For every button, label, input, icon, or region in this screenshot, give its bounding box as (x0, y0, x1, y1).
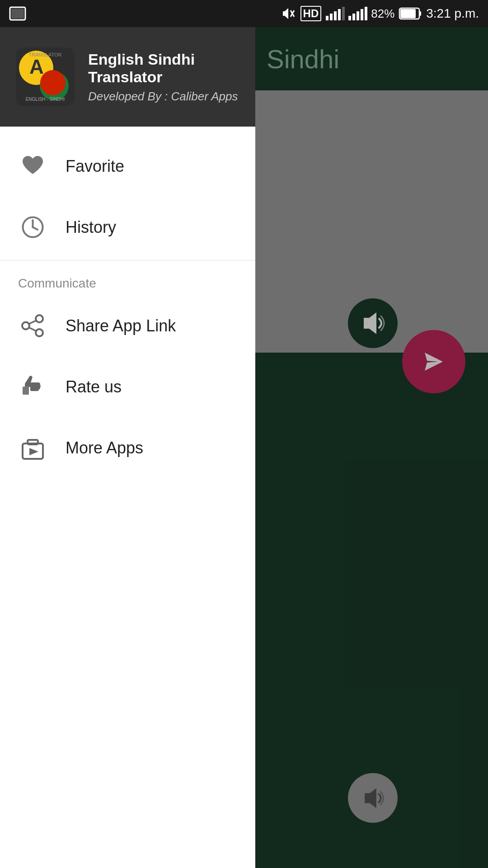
app-name: English Sindhi Translator (88, 51, 239, 86)
rate-us-label: Rate us (66, 377, 122, 396)
svg-rect-18 (23, 387, 29, 395)
svg-rect-27 (330, 14, 333, 20)
svg-rect-35 (365, 7, 367, 20)
svg-line-17 (29, 328, 36, 331)
svg-point-13 (36, 315, 43, 322)
share-icon (18, 311, 47, 340)
svg-rect-37 (419, 11, 421, 16)
svg-rect-28 (334, 11, 337, 20)
favorite-label: Favorite (66, 157, 124, 176)
app-title-block: English Sindhi Translator Developed By :… (88, 51, 239, 104)
signal-bars (326, 7, 344, 20)
svg-rect-34 (361, 9, 363, 20)
svg-point-15 (36, 329, 43, 336)
svg-rect-38 (400, 9, 416, 18)
svg-rect-23 (11, 9, 24, 19)
more-apps-label: More Apps (66, 439, 143, 458)
app-icon-graphic: A TRANSLATOR ENGLISH - SINDHI (16, 47, 75, 106)
share-app-link-label: Share App Link (66, 316, 176, 335)
svg-rect-33 (357, 11, 359, 20)
drawer-menu: Favorite History Communicate (0, 127, 255, 868)
history-label: History (66, 218, 116, 237)
svg-text:TRANSLATOR: TRANSLATOR (29, 52, 62, 57)
thumbs-up-icon (18, 372, 47, 401)
status-bar-right: HD 82% 3:21 p.m. (281, 6, 479, 21)
app-icon: A TRANSLATOR ENGLISH - SINDHI (16, 47, 75, 106)
more-apps-menu-item[interactable]: More Apps (0, 417, 255, 478)
rate-us-menu-item[interactable]: Rate us (0, 356, 255, 417)
svg-point-6 (40, 70, 66, 95)
heart-icon (18, 151, 47, 181)
svg-rect-32 (352, 14, 355, 20)
mute-icon (281, 6, 296, 21)
drawer-header: A TRANSLATOR ENGLISH - SINDHI English Si… (0, 27, 255, 127)
svg-marker-21 (29, 448, 38, 455)
signal-bars-2 (348, 7, 366, 20)
svg-line-12 (33, 227, 38, 230)
favorite-menu-item[interactable]: Favorite (0, 136, 255, 197)
svg-point-14 (22, 322, 29, 330)
communicate-section-header: Communicate (0, 263, 255, 295)
svg-text:ENGLISH - SINDHI: ENGLISH - SINDHI (26, 97, 65, 102)
app-developer: Developed By : Caliber Apps (88, 90, 239, 104)
menu-divider (0, 260, 255, 260)
svg-rect-26 (326, 16, 328, 20)
svg-rect-31 (348, 16, 351, 20)
more-apps-icon (18, 433, 47, 462)
screenshot-icon (9, 5, 26, 22)
svg-rect-30 (342, 7, 345, 20)
svg-text:A: A (29, 56, 44, 78)
battery-icon (399, 7, 422, 20)
time-display: 3:21 p.m. (426, 6, 479, 21)
svg-rect-20 (28, 440, 38, 444)
svg-rect-29 (338, 9, 341, 20)
status-bar: HD 82% 3:21 p.m. (0, 0, 488, 27)
share-app-link-menu-item[interactable]: Share App Link (0, 295, 255, 356)
status-bar-left (9, 5, 26, 22)
hd-badge: HD (300, 6, 322, 21)
svg-line-16 (29, 321, 36, 324)
clock-icon (18, 212, 47, 242)
battery-percent: 82% (371, 7, 394, 21)
history-menu-item[interactable]: History (0, 197, 255, 258)
navigation-drawer: A TRANSLATOR ENGLISH - SINDHI English Si… (0, 27, 255, 868)
